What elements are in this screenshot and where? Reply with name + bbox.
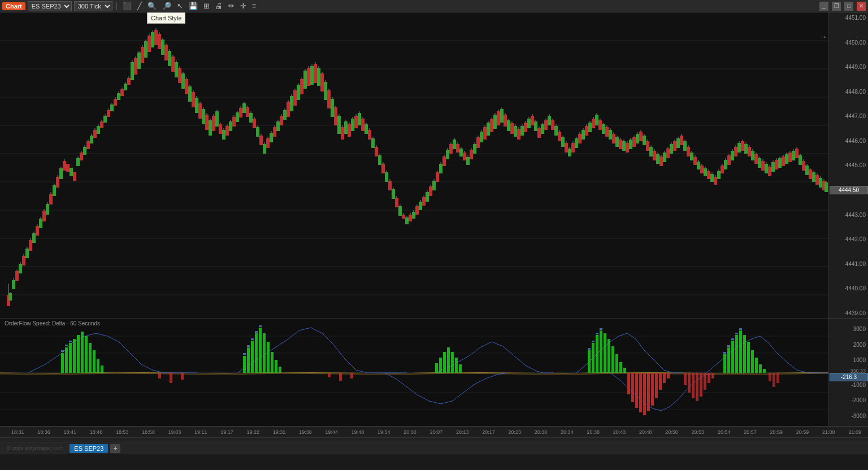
svg-rect-355	[588, 123, 592, 132]
svg-rect-287	[473, 144, 476, 154]
svg-rect-83	[127, 78, 131, 85]
minimize-button[interactable]: _	[819, 2, 828, 11]
candlestick-chart	[0, 12, 828, 319]
svg-rect-233	[381, 164, 385, 173]
svg-rect-119	[188, 86, 192, 102]
svg-rect-267	[439, 164, 442, 173]
svg-rect-321	[531, 116, 534, 125]
svg-rect-377	[626, 143, 629, 153]
svg-rect-527	[251, 338, 254, 340]
svg-rect-512	[61, 350, 64, 352]
svg-rect-73	[110, 105, 114, 111]
svg-rect-588	[700, 373, 702, 397]
properties-icon[interactable]: ≡	[250, 1, 258, 11]
svg-rect-453	[754, 154, 758, 164]
svg-rect-25	[29, 240, 32, 251]
crosshair-icon[interactable]: ✛	[238, 1, 248, 11]
draw-icon[interactable]: ✏	[227, 1, 236, 11]
svg-rect-133	[212, 116, 215, 131]
close-button[interactable]: ✕	[857, 2, 866, 11]
svg-rect-539	[596, 335, 598, 373]
svg-rect-145	[232, 117, 236, 127]
zoom-out-icon[interactable]: 🔎	[160, 1, 173, 11]
svg-rect-205	[334, 107, 337, 125]
time-tick: 21:09	[842, 429, 868, 435]
svg-rect-395	[656, 154, 659, 164]
svg-rect-45	[63, 161, 66, 171]
svg-rect-586	[692, 373, 695, 398]
svg-rect-471	[785, 154, 788, 164]
symbol-select[interactable]: ES SEP23	[28, 1, 72, 11]
svg-rect-429	[714, 177, 717, 185]
chart-tab-es-sep23[interactable]: ES SEP23	[70, 444, 108, 453]
svg-rect-578	[647, 373, 650, 411]
svg-rect-495	[824, 182, 828, 192]
indicator-chart	[0, 319, 828, 426]
ind-tick: -1000	[831, 382, 866, 388]
restore-button[interactable]: ❐	[832, 2, 841, 11]
svg-rect-175	[283, 110, 287, 120]
svg-rect-415	[690, 153, 693, 160]
svg-rect-375	[622, 141, 626, 151]
svg-rect-245	[402, 215, 405, 219]
svg-rect-47	[66, 164, 70, 172]
toolbar-separator	[116, 2, 117, 10]
svg-rect-285	[470, 150, 473, 159]
svg-rect-61	[90, 136, 93, 143]
ind-tick: -2000	[831, 397, 866, 403]
svg-rect-293	[483, 127, 487, 140]
svg-rect-209	[341, 127, 344, 140]
scroll-right-button[interactable]: →	[819, 32, 827, 41]
svg-rect-425	[707, 171, 710, 179]
time-tick: 20:43	[606, 429, 632, 435]
candlestick-area	[0, 12, 828, 319]
save-icon[interactable]: 💾	[187, 1, 199, 11]
bar-chart-icon[interactable]: ⬛	[121, 1, 133, 11]
svg-rect-549	[596, 333, 598, 334]
pointer-icon[interactable]: ↖	[175, 1, 185, 11]
svg-rect-530	[435, 363, 438, 373]
svg-rect-81	[124, 84, 127, 90]
svg-rect-87	[134, 58, 137, 75]
svg-rect-389	[646, 141, 649, 151]
time-tick: 20:59	[763, 429, 789, 435]
indicator-current-value: -216.3	[830, 373, 868, 381]
ind-tick: 2000	[831, 342, 866, 348]
indicator-price-axis: 3000 2000 1000 -1000 -2000 -3000 -216.3 …	[828, 319, 868, 426]
svg-rect-113	[178, 68, 181, 83]
svg-rect-365	[605, 127, 609, 137]
time-tick: 20:30	[528, 429, 554, 435]
template-icon[interactable]: ⊞	[202, 1, 211, 11]
interval-select[interactable]: 300 Tick	[74, 1, 112, 11]
svg-rect-506	[81, 332, 84, 373]
svg-rect-379	[629, 140, 632, 149]
svg-rect-439	[731, 151, 734, 160]
svg-rect-215	[351, 119, 354, 131]
candle-group-left	[7, 28, 828, 306]
add-tab-button[interactable]: +	[110, 444, 120, 453]
time-tick: 18:31	[5, 429, 31, 435]
svg-rect-423	[704, 168, 707, 176]
svg-rect-67	[100, 121, 103, 128]
svg-rect-171	[276, 121, 280, 131]
price-tick: 4449.00	[831, 64, 866, 70]
print-icon[interactable]: 🖨	[214, 1, 224, 11]
time-tick: 18:53	[109, 429, 135, 435]
svg-rect-307	[507, 120, 510, 131]
svg-rect-593	[772, 373, 775, 387]
svg-rect-181	[293, 90, 297, 106]
svg-rect-505	[77, 335, 80, 373]
ind-tick: 3000	[831, 326, 866, 332]
svg-rect-213	[348, 124, 351, 137]
svg-rect-199	[324, 82, 327, 100]
zoom-in-icon[interactable]: 🔍	[146, 1, 158, 11]
svg-rect-523	[275, 360, 277, 373]
line-chart-icon[interactable]: ╱	[136, 1, 144, 11]
svg-rect-289	[476, 137, 480, 148]
svg-rect-587	[696, 373, 698, 401]
scrollbar[interactable]	[0, 437, 868, 442]
svg-rect-197	[320, 73, 324, 92]
maximize-button[interactable]: □	[844, 2, 853, 11]
svg-rect-557	[747, 342, 750, 373]
time-tick: 19:38	[292, 429, 318, 435]
